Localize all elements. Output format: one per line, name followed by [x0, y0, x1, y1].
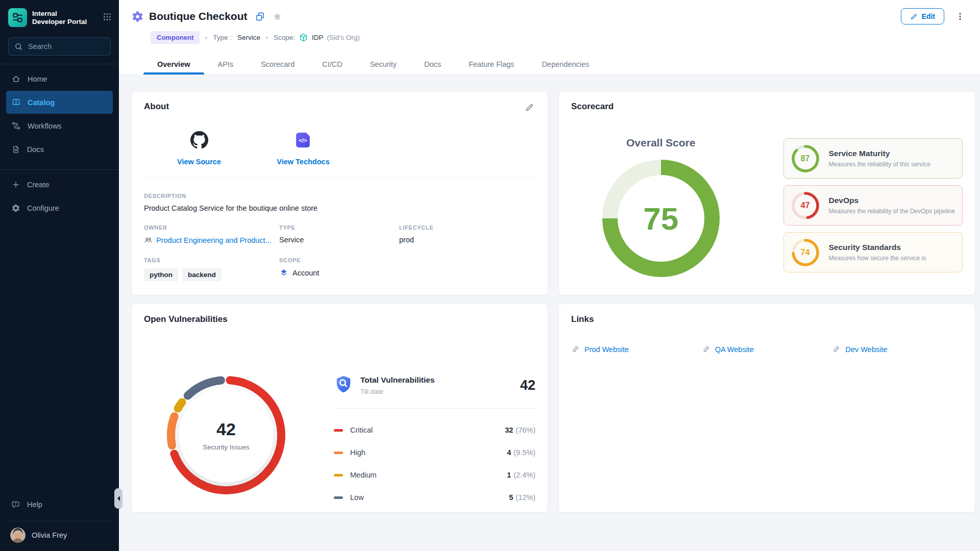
tab-dependencies[interactable]: Dependencies	[528, 54, 603, 74]
tags-field: TAGS python backend	[144, 257, 279, 281]
sidebar-item-workflows[interactable]: Workflows	[6, 114, 113, 137]
sidebar-item-docs[interactable]: Docs	[6, 138, 113, 161]
about-edit-pencil-icon[interactable]	[525, 103, 534, 114]
type-label: Type :	[213, 34, 232, 41]
tab-apis[interactable]: APIs	[204, 54, 248, 74]
tab-docs[interactable]: Docs	[410, 54, 455, 74]
overall-score-label: Overall Score	[626, 137, 695, 149]
edit-button[interactable]: Edit	[901, 8, 944, 24]
legend-row-medium: Medium 1 (2.4%)	[334, 464, 535, 486]
sidebar-item-label: Home	[28, 75, 47, 83]
total-vulnerabilities-value: 42	[520, 378, 535, 393]
tab-cicd[interactable]: CI/CD	[308, 54, 356, 74]
description-value: Product Catalog Service for the boutique…	[144, 204, 535, 212]
sidebar-collapse-handle[interactable]	[114, 488, 122, 509]
sidebar-item-configure[interactable]: Configure	[6, 196, 113, 219]
sidebar-item-home[interactable]: Home	[6, 67, 113, 90]
gear-icon	[11, 204, 20, 213]
tab-scorecard[interactable]: Scorecard	[247, 54, 308, 74]
severity-legend: Critical 32 (76%) High 4 (9.5%) Me	[334, 419, 535, 509]
tab-security[interactable]: Security	[356, 54, 410, 74]
link-prod-website[interactable]: Prod Website	[571, 345, 702, 354]
page-header: Boutique Checkout Edit	[119, 0, 980, 75]
sidebar-item-catalog[interactable]: Catalog	[6, 91, 113, 114]
legend-label: Medium	[350, 471, 377, 479]
star-icon[interactable]	[273, 12, 282, 21]
about-divider	[144, 177, 535, 178]
owner-value: Product Engineering and Product...	[156, 236, 272, 244]
vulnerabilities-title: Open Vulnerabilities	[144, 314, 535, 324]
view-source-label: View Source	[177, 158, 221, 166]
user-menu[interactable]: Olivia Frey	[6, 525, 113, 545]
app-title: Internal Developer Portal	[32, 8, 87, 26]
critical-dash-icon	[334, 429, 343, 432]
user-name: Olivia Frey	[32, 531, 67, 539]
lifecycle-field: LIFECYCLE prod	[399, 224, 535, 244]
breadcrumb: Component Type : Service Scope: IDP (Sid…	[151, 31, 965, 44]
about-title: About	[144, 102, 535, 112]
svg-text:</>: </>	[299, 137, 307, 143]
sidebar-item-create[interactable]: Create	[6, 173, 113, 196]
legend-label: Low	[350, 493, 364, 502]
view-techdocs-link[interactable]: </> View Techdocs	[271, 131, 336, 166]
score-value: 74	[801, 248, 810, 257]
about-card: About View Source	[131, 91, 548, 295]
catalog-book-icon	[11, 97, 21, 107]
scope-wrap: Scope: IDP (Sid's Org)	[274, 33, 360, 42]
docs-icon	[11, 145, 20, 154]
legend-value: 1	[507, 471, 511, 479]
main-area: Boutique Checkout Edit	[119, 0, 980, 525]
scope-field-value: Account	[292, 269, 319, 277]
link-icon	[832, 345, 841, 354]
legend-label: High	[350, 448, 365, 457]
search-placeholder: Search	[28, 42, 52, 51]
vulnerabilities-card: Open Vulnerabilities 42 Security Issues	[131, 304, 548, 513]
type-field: TYPE Service	[279, 224, 399, 244]
score-description: Measures the reliability of this service	[829, 161, 930, 168]
score-title: Security Standards	[829, 243, 926, 252]
tab-overview[interactable]: Overview	[143, 54, 204, 74]
score-donut: 87	[791, 144, 820, 173]
links-title: Links	[571, 314, 963, 324]
owner-field: OWNER Product Engineering and Product...	[144, 224, 279, 244]
sidebar-item-label: Catalog	[28, 98, 55, 107]
team-icon	[144, 236, 153, 244]
legend-value: 4	[507, 448, 511, 457]
link-dev-website[interactable]: Dev Website	[832, 345, 963, 354]
score-title: DevOps	[829, 196, 955, 205]
vulnerabilities-donut-center: 42 Security Issues	[179, 388, 274, 483]
sidebar-divider	[0, 64, 119, 64]
legend-percent: (12%)	[516, 493, 535, 502]
score-value: 47	[801, 201, 810, 210]
high-dash-icon	[334, 452, 343, 454]
copy-icon[interactable]	[255, 11, 265, 22]
component-gear-icon	[131, 10, 144, 23]
tab-feature-flags[interactable]: Feature Flags	[455, 54, 528, 74]
apps-grid-icon[interactable]	[103, 12, 112, 23]
link-qa-website[interactable]: QA Website	[702, 345, 832, 354]
owner-link[interactable]: Product Engineering and Product...	[144, 236, 279, 244]
view-source-link[interactable]: View Source	[166, 131, 232, 166]
app-logo	[8, 8, 27, 27]
security-issues-count: 42	[216, 419, 236, 439]
help-chat-icon: ?	[11, 500, 20, 509]
scope-cube-icon	[299, 33, 308, 42]
sidebar-item-help[interactable]: ? Help	[6, 493, 113, 516]
lifecycle-value: prod	[399, 236, 535, 244]
sidebar-item-label: Create	[27, 181, 50, 189]
account-icon	[279, 268, 288, 278]
sidebar-divider	[0, 169, 119, 170]
legend-value: 32	[505, 426, 513, 434]
search-input[interactable]: Search	[8, 37, 111, 56]
page-title: Boutique Checkout	[149, 10, 248, 22]
legend-percent: (2.4%)	[513, 471, 535, 479]
score-card-devops[interactable]: 47 DevOps Measures the reliability of th…	[783, 185, 963, 226]
legend-row-high: High 4 (9.5%)	[334, 441, 535, 464]
scope-org: (Sid's Org)	[327, 34, 360, 41]
score-card-service-maturity[interactable]: 87 Service Maturity Measures the reliabi…	[783, 138, 963, 179]
view-techdocs-label: View Techdocs	[277, 158, 329, 166]
more-options-kebab-icon[interactable]	[955, 12, 965, 21]
score-card-security-standards[interactable]: 74 Security Standards Measures how secur…	[783, 232, 963, 272]
svg-text:?: ?	[14, 502, 16, 506]
score-value: 87	[801, 154, 810, 163]
